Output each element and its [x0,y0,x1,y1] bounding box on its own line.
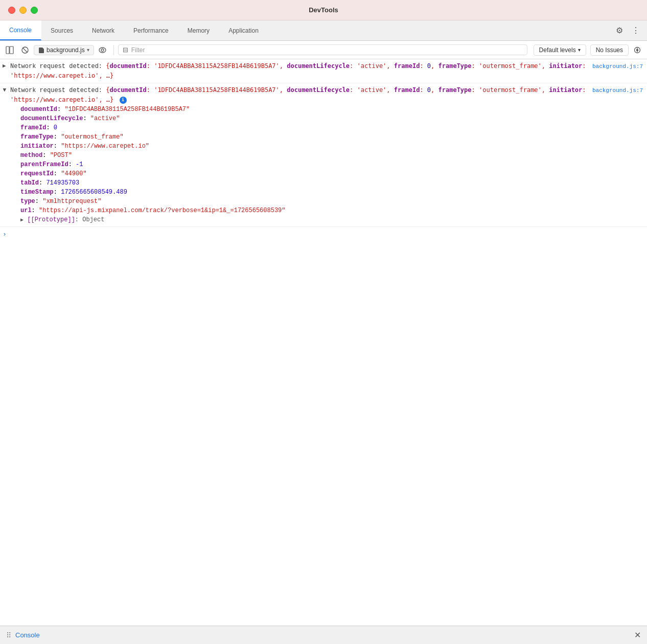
clear-console-icon[interactable] [18,43,32,57]
close-bottom-icon[interactable]: ✕ [634,630,641,640]
expand-arrow-2[interactable]: ▶ [0,88,9,92]
traffic-lights [8,7,38,14]
console-output: ▶ Network request detected: {documentId:… [0,59,647,626]
obj-field-type: type: "xmlhttprequest" [10,197,643,206]
expand-arrow-1[interactable]: ▶ [3,62,6,71]
prototype-arrow[interactable]: ▶ [20,217,24,223]
chevron-down-icon: ▾ [87,47,89,53]
log-entry-2: ▶ Network request detected: {documentId:… [0,83,647,227]
default-levels-button[interactable]: Default levels ▾ [534,44,586,56]
obj-field-url: url: "https://api-js.mixpanel.com/track/… [10,206,643,215]
maximize-button[interactable] [31,7,38,14]
bottom-bar: ⠿ Console ✕ [0,626,647,644]
no-issues-button[interactable]: No Issues [590,44,629,56]
tab-console[interactable]: Console [0,20,41,40]
more-options-icon[interactable]: ⋮ [629,24,643,38]
window-title: DevTools [309,6,338,14]
obj-field-frameId: frameId: 0 [10,123,643,132]
log-message-1: Network request detected: {documentId: '… [10,61,586,81]
obj-field-parentFrameId: parentFrameId: -1 [10,160,643,169]
tab-network[interactable]: Network [83,20,124,40]
filter-icon: ⊟ [123,46,128,54]
log-message-2: Network request detected: {documentId: '… [10,85,586,105]
bottom-bar-left: ⠿ Console [6,631,40,639]
obj-field-documentLifecycle: documentLifecycle: "active" [10,114,643,123]
svg-point-5 [101,49,104,51]
info-badge: i [120,97,127,104]
tab-memory[interactable]: Memory [178,20,219,40]
obj-field-prototype: ▶ [[Prototype]]: Object [10,215,643,224]
drag-icon: ⠿ [6,631,11,639]
tab-application[interactable]: Application [219,20,268,40]
eye-icon[interactable] [96,43,109,57]
obj-field-frameType: frameType: "outermost_frame" [10,132,643,142]
svg-point-7 [637,49,638,51]
chevron-down-icon: ▾ [578,47,581,53]
log-source-2[interactable]: background.js:7 [592,86,643,95]
tab-actions: ⚙ ⋮ [608,20,647,40]
obj-field-documentId: documentId: "1DFDC4ABBA38115A258FB144B61… [10,105,643,114]
obj-field-requestId: requestId: "44900" [10,169,643,178]
toolbar-separator [113,45,114,55]
settings-icon[interactable]: ⚙ [612,24,627,38]
log-header-1: Network request detected: {documentId: '… [10,61,643,81]
svg-line-3 [23,48,28,52]
issues-settings-icon[interactable] [631,43,644,57]
tab-bar: Console Sources Network Performance Memo… [0,20,647,41]
filter-input[interactable]: ⊟ Filter [118,44,527,55]
obj-field-method: method: "POST" [10,151,643,160]
minimize-button[interactable] [19,7,27,14]
tab-sources[interactable]: Sources [41,20,83,40]
log-header-2: Network request detected: {documentId: '… [10,85,643,105]
title-bar: DevTools [0,0,647,20]
bottom-bar-console-label: Console [15,631,40,639]
obj-field-initiator: initiator: "https://www.carepet.io" [10,142,643,151]
svg-point-4 [99,48,106,53]
sidebar-toggle-icon[interactable] [3,43,16,57]
prompt-chevron: › [3,229,7,240]
svg-rect-0 [6,47,9,54]
file-context-selector[interactable]: background.js ▾ [34,45,94,55]
obj-field-timeStamp: timeStamp: 17265665608549.489 [10,188,643,197]
close-button[interactable] [8,7,15,14]
svg-rect-1 [10,47,13,54]
toolbar: background.js ▾ ⊟ Filter Default levels … [0,41,647,59]
obj-field-tabId: tabId: 714935703 [10,178,643,188]
console-input-line: › [0,227,647,232]
log-source-1[interactable]: background.js:7 [592,62,643,71]
log-entry-1: ▶ Network request detected: {documentId:… [0,59,647,83]
tab-performance[interactable]: Performance [124,20,178,40]
